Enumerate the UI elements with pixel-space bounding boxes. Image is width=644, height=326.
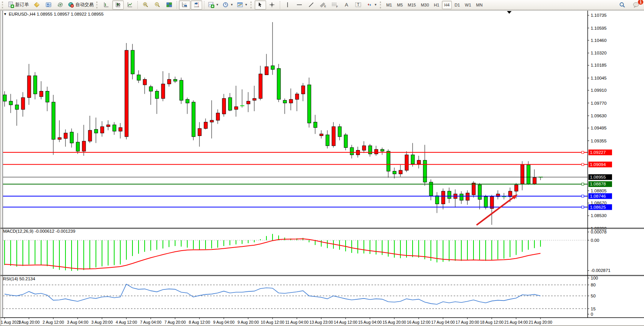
- svg-text:T: T: [357, 3, 359, 7]
- macd-tick-label: 0.00078: [591, 230, 607, 234]
- symbol-collapse-icon[interactable]: ▼: [3, 12, 7, 16]
- time-tick-label: 11 Aug 04:00: [285, 320, 308, 324]
- rsi-tick-label: 0: [591, 312, 593, 316]
- time-tick-label: 8 Aug 12:00: [189, 320, 210, 324]
- macd-tick-label: 0.00: [591, 238, 599, 243]
- time-tick-label: 15 Aug 20:00: [383, 320, 406, 324]
- trendline-icon: [308, 2, 314, 8]
- toolbar-grip[interactable]: [96, 2, 99, 8]
- line-chart-type-button[interactable]: [124, 0, 135, 10]
- zoom-in-icon: [142, 2, 149, 8]
- tf-button-w1[interactable]: W1: [462, 1, 473, 9]
- price-badge-label: 1.08878: [590, 182, 606, 186]
- horizontal-line-icon: [296, 2, 303, 8]
- chart-canvas[interactable]: 1.092271.090941.089551.088781.087461.086…: [0, 10, 644, 326]
- svg-text:E: E: [324, 5, 326, 8]
- auto-scroll-icon: [182, 2, 188, 8]
- fibonacci-button[interactable]: F: [329, 0, 341, 10]
- hline-anchor: [582, 151, 584, 153]
- price-tick-label: 1.08530: [591, 213, 607, 218]
- text-button[interactable]: A: [341, 0, 352, 10]
- autotrading-button[interactable]: 自动交易: [66, 0, 95, 10]
- toolbar-grip[interactable]: [2, 2, 4, 8]
- time-tick-label: 13 Aug 23:00: [309, 320, 333, 324]
- templates-button[interactable]: ▼: [235, 0, 249, 10]
- price-tick-label: 1.09355: [591, 139, 607, 143]
- price-tick-label: 1.08670: [591, 201, 607, 205]
- price-tick-label: 1.09630: [591, 113, 607, 118]
- tile-windows-button[interactable]: [163, 0, 175, 10]
- price-badge-label: 1.08625: [590, 205, 606, 209]
- dropdown-caret-icon: ▼: [374, 3, 377, 6]
- time-tick-label: 21 Aug 20:00: [529, 320, 552, 324]
- bar-chart-type-button[interactable]: [100, 0, 112, 10]
- tf-button-mn[interactable]: MN: [474, 1, 485, 9]
- horizontal-line-button[interactable]: [294, 0, 305, 10]
- charts-button[interactable]: [31, 0, 42, 10]
- indicators-button[interactable]: ▼: [206, 0, 220, 10]
- time-tick-label: 4 Aug 12:00: [116, 320, 137, 324]
- time-tick-label: 3 Aug 04:00: [67, 320, 88, 324]
- zoom-out-button[interactable]: [151, 0, 163, 10]
- price-tick-label: 1.10185: [591, 63, 607, 67]
- rsi-tick-label: 80: [591, 283, 596, 287]
- vertical-line-button[interactable]: [282, 0, 293, 10]
- cursor-button[interactable]: [255, 0, 266, 10]
- tf-button-m5[interactable]: M5: [395, 1, 405, 9]
- indicators-icon: [208, 2, 214, 8]
- channel-icon: E: [319, 2, 327, 8]
- fibonacci-icon: F: [331, 2, 338, 8]
- candlestick-chart-type-button[interactable]: [112, 0, 124, 10]
- time-tick-label: 17 Aug 04:00: [431, 320, 455, 324]
- price-badge-label: 1.08955: [590, 175, 606, 179]
- broadcast-button[interactable]: [54, 0, 66, 10]
- crosshair-icon: [269, 2, 275, 8]
- price-tick-label: 1.10595: [591, 26, 607, 30]
- toolbar-grip[interactable]: [250, 2, 253, 8]
- tf-button-m30[interactable]: M30: [419, 1, 431, 9]
- main-toolbar: 新订单 自动交易 ▼ ▼: [0, 0, 644, 10]
- periods-button[interactable]: ▼: [221, 0, 235, 10]
- rsi-tick-label: 50: [591, 294, 596, 298]
- zoom-in-button[interactable]: [140, 0, 151, 10]
- zoom-out-icon: [154, 2, 161, 8]
- hline-anchor: [582, 206, 584, 208]
- time-tick-label: 7 Aug 20:00: [164, 320, 186, 324]
- price-tick-label: 1.10320: [591, 51, 607, 55]
- price-tick-label: 1.09910: [591, 88, 607, 93]
- price-badge-label: 1.08746: [590, 194, 606, 198]
- time-tick-label: 18 Aug 12:00: [480, 320, 504, 324]
- time-tick-label: 14 Aug 12:00: [334, 320, 357, 324]
- chart-title: ▼ EURUSD-,H4 1.08955 1.08957 1.08922 1.0…: [3, 12, 104, 16]
- toolbar-grip[interactable]: [380, 2, 382, 8]
- notifications-button[interactable]: 1: [630, 0, 642, 10]
- arrows-button[interactable]: ▼: [365, 0, 379, 10]
- price-tick-label: 1.10460: [591, 38, 607, 43]
- tf-button-h1[interactable]: H1: [432, 1, 442, 9]
- auto-scroll-button[interactable]: [179, 0, 190, 10]
- market-watch-button[interactable]: [43, 0, 54, 10]
- tf-button-d1[interactable]: D1: [452, 1, 462, 9]
- tf-button-h4[interactable]: H4: [442, 1, 452, 9]
- macd-tick-label: -0.002871: [591, 268, 611, 273]
- dropdown-caret-icon: ▼: [216, 3, 219, 6]
- trendline-button[interactable]: [306, 0, 317, 10]
- search-icon: [619, 2, 626, 8]
- rsi-tick-label: 15: [591, 307, 596, 311]
- chart-shift-button[interactable]: [191, 0, 202, 10]
- new-order-button[interactable]: 新订单: [6, 0, 30, 10]
- text-label-button[interactable]: T: [353, 0, 364, 10]
- search-button[interactable]: [617, 0, 628, 10]
- equidistant-channel-button[interactable]: E: [317, 0, 329, 10]
- rsi-tick-label: 100: [591, 276, 598, 280]
- hline-anchor: [582, 183, 584, 185]
- dropdown-caret-icon: ▼: [230, 3, 233, 6]
- cursor-arrow-icon: [257, 2, 263, 8]
- gold-diamond-icon: [33, 2, 40, 8]
- autotrading-label: 自动交易: [75, 2, 94, 8]
- time-tick-label: 2 Aug 12:00: [43, 320, 64, 324]
- crosshair-button[interactable]: [266, 0, 278, 10]
- tf-button-m1[interactable]: M1: [384, 1, 394, 9]
- ohlc-bars-icon: [103, 2, 110, 8]
- tf-button-m15[interactable]: M15: [405, 1, 418, 9]
